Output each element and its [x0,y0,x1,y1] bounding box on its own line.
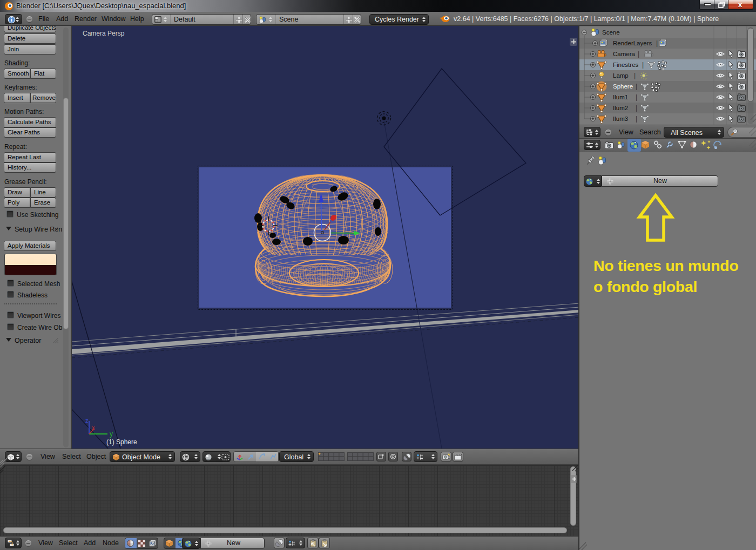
svg-text:Ilum3: Ilum3 [613,116,628,122]
svg-text:y: y [110,430,113,438]
svg-text:RenderLayers: RenderLayers [613,40,652,46]
svg-text:|: | [638,50,639,58]
svg-text:x: x [92,424,95,431]
svg-text:|: | [634,72,636,79]
svg-text:Ilum2: Ilum2 [613,105,628,111]
svg-text:|: | [642,61,644,69]
svg-text:|: | [636,104,637,112]
svg-text:|: | [656,39,658,47]
svg-text:Scene: Scene [602,29,620,36]
svg-text:|: | [636,83,637,90]
svg-text:Ilum1: Ilum1 [613,94,628,100]
svg-text:Sphere: Sphere [613,83,633,90]
svg-text:Finestres: Finestres [613,62,639,68]
svg-text:|: | [636,115,637,123]
svg-text:Camera: Camera [613,51,636,57]
svg-text:z: z [85,417,89,424]
svg-text:|: | [636,93,637,101]
svg-text:Lamp: Lamp [613,72,629,79]
